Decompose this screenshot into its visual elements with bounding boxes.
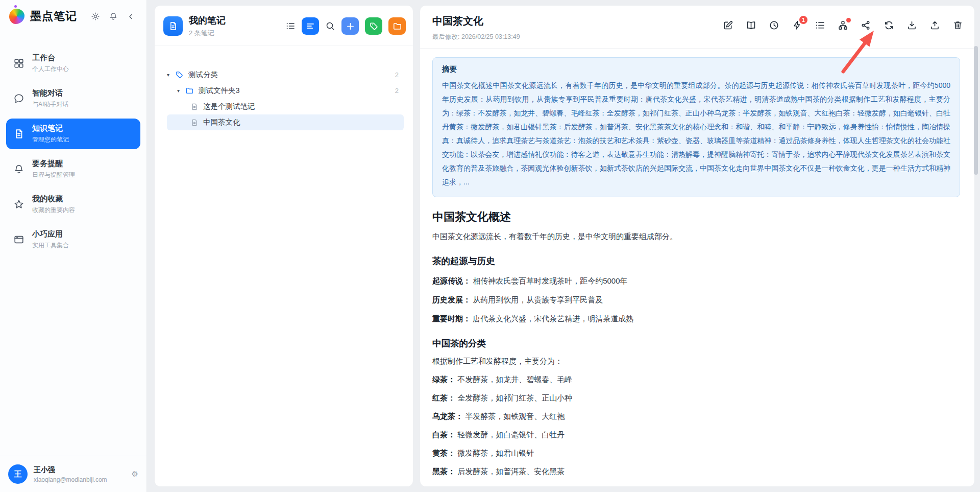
app-title: 墨点笔记	[30, 9, 77, 24]
history-clock-icon[interactable]	[769, 20, 779, 31]
search-icon[interactable]	[325, 21, 335, 31]
item-label: 红茶：	[432, 393, 455, 402]
sidebar-item-ai-chat[interactable]: 智能对话与AI助手对话	[6, 83, 140, 114]
content-item: 起源传说： 相传神农氏尝百草时发现茶叶，距今约5000年	[432, 276, 960, 286]
sidebar-item-label: 我的收藏	[32, 194, 75, 204]
item-text: 后发酵茶，如普洱茶、安化黑茶	[457, 467, 565, 476]
sidebar-item-reminders[interactable]: 要务提醒日程与提醒管理	[6, 154, 140, 184]
sidebar-item-label: 工作台	[32, 53, 69, 63]
bell-icon	[13, 163, 24, 175]
sidebar-item-sublabel: 收藏的重要内容	[32, 206, 75, 215]
app-window: 墨点笔记 工作台个人工作中心 智能对话与AI助手对话	[0, 0, 980, 492]
item-text: 相传神农氏尝百草时发现茶叶，距今约5000年	[473, 276, 627, 285]
content-item: 黄茶： 微发酵茶，如君山银针	[432, 449, 960, 458]
ai-badge: 1	[799, 16, 807, 24]
folder-icon	[185, 86, 194, 95]
tree-folder-row[interactable]: ▾ 测试文件夹3 2	[167, 83, 404, 99]
mindmap-sitemap-icon[interactable]	[838, 20, 848, 31]
item-label: 黄茶：	[432, 449, 455, 457]
sidebar-item-mini-apps[interactable]: 小巧应用实用工具集合	[6, 224, 140, 255]
note-content[interactable]: 摘要 中国茶文化概述中国茶文化源远流长，有着数千年的历史，是中华文明的重要组成部…	[420, 49, 974, 487]
content-h2-origin: 茶的起源与历史	[432, 255, 960, 267]
item-text: 轻微发酵，如白毫银针、白牡丹	[457, 430, 565, 439]
add-note-button[interactable]	[341, 17, 359, 35]
tree-label: 这是个测试笔记	[203, 102, 255, 111]
tree-category-row[interactable]: ▾ 测试分类 2	[167, 67, 404, 83]
tree-note-row-selected[interactable]: 中国茶文化	[167, 114, 404, 130]
collapse-sidebar-chevron-icon[interactable]	[127, 12, 135, 21]
add-folder-button[interactable]	[388, 17, 406, 35]
scrollbar-track[interactable]	[973, 0, 978, 492]
content-h2-categories: 中国茶的分类	[432, 337, 960, 349]
item-label: 白茶：	[432, 430, 455, 439]
caret-down-icon[interactable]: ▾	[177, 88, 185, 93]
tree-view-button[interactable]	[302, 17, 319, 35]
item-label: 历史发展：	[432, 295, 471, 304]
upload-icon[interactable]	[929, 20, 940, 31]
add-tag-button[interactable]	[365, 17, 382, 35]
editor-toolbar: 1	[723, 20, 963, 31]
tag-icon	[175, 71, 184, 79]
scrollbar-thumb[interactable]	[974, 46, 978, 175]
tree-count: 2	[395, 71, 399, 79]
caret-down-icon[interactable]: ▾	[167, 72, 175, 78]
notes-tree: ▾ 测试分类 2 ▾ 测试文件夹3 2 这是个测试笔记 中国茶文化	[155, 45, 413, 130]
share-icon[interactable]	[861, 20, 871, 31]
item-label: 起源传说：	[432, 276, 471, 285]
list-view-icon[interactable]	[285, 21, 296, 31]
sidebar-item-favorites[interactable]: 我的收藏收藏的重要内容	[6, 189, 140, 220]
star-icon	[13, 199, 24, 210]
sidebar-item-sublabel: 实用工具集合	[32, 241, 69, 250]
summary-text: 中国茶文化概述中国茶文化源远流长，有着数千年的历史，是中华文明的重要组成部分。茶…	[442, 79, 950, 189]
sidebar: 墨点笔记 工作台个人工作中心 智能对话与AI助手对话	[0, 0, 147, 492]
sidebar-item-label: 知识笔记	[32, 124, 69, 133]
sidebar-header: 墨点笔记	[0, 0, 146, 33]
item-text: 全发酵茶，如祁门红茶、正山小种	[457, 393, 572, 402]
user-email: xiaoqiang@modianbiji.com	[34, 476, 107, 483]
content-lead: 根据制作工艺和发酵程度，主要分为：	[432, 357, 960, 366]
reader-book-icon[interactable]	[746, 20, 756, 31]
download-icon[interactable]	[906, 20, 917, 31]
sidebar-nav: 工作台个人工作中心 智能对话与AI助手对话 知识笔记管理您的笔记 要务提醒日程与…	[0, 33, 146, 456]
notes-panel-title: 我的笔记	[189, 14, 226, 27]
outline-list-icon[interactable]	[815, 20, 825, 31]
delete-trash-icon[interactable]	[952, 20, 963, 31]
content-item: 黑茶： 后发酵茶，如普洱茶、安化黑茶	[432, 467, 960, 477]
sidebar-item-label: 小巧应用	[32, 229, 69, 239]
ai-bolt-icon[interactable]: 1	[792, 20, 802, 31]
sidebar-item-knowledge-notes[interactable]: 知识笔记管理您的笔记	[6, 119, 140, 149]
notes-panel-header: 我的笔记 2 条笔记	[155, 6, 413, 45]
tree-note-row[interactable]: 这是个测试笔记	[167, 99, 404, 114]
content-item: 绿茶： 不发酵茶，如龙井、碧螺春、毛峰	[432, 375, 960, 385]
sidebar-item-sublabel: 与AI助手对话	[32, 100, 68, 109]
content-intro: 中国茶文化源远流长，有着数千年的历史，是中华文明的重要组成部分。	[432, 232, 960, 242]
content-h1: 中国茶文化概述	[432, 209, 960, 225]
user-profile[interactable]: 王 王小强 xiaoqiang@modianbiji.com ⚙	[0, 456, 146, 492]
refresh-icon[interactable]	[884, 20, 894, 31]
note-file-icon	[190, 103, 199, 111]
notes-icon	[163, 16, 183, 36]
user-name: 王小强	[34, 465, 107, 475]
notification-dot	[846, 18, 851, 22]
tree-label: 中国茶文化	[203, 118, 240, 127]
tree-label: 测试分类	[188, 70, 218, 80]
content-item: 历史发展： 从药用到饮用，从贵族专享到平民普及	[432, 295, 960, 305]
item-label: 乌龙茶：	[432, 412, 463, 420]
avatar: 王	[8, 464, 28, 484]
sidebar-item-workbench[interactable]: 工作台个人工作中心	[6, 48, 140, 79]
sidebar-item-sublabel: 管理您的笔记	[32, 135, 69, 144]
notifications-bell-icon[interactable]	[109, 12, 118, 21]
edit-note-icon[interactable]	[723, 20, 733, 31]
settings-gear-icon[interactable]: ⚙	[132, 470, 138, 479]
note-editor: 中国茶文化 最后修改: 2026/02/25 03:13:49 1 摘要 中国茶…	[420, 5, 975, 487]
theme-sun-icon[interactable]	[91, 12, 100, 21]
note-file-icon	[190, 119, 199, 127]
item-text: 从药用到饮用，从贵族专享到平民普及	[473, 295, 603, 304]
item-text: 半发酵茶，如铁观音、大红袍	[465, 412, 565, 420]
item-label: 黑茶：	[432, 467, 455, 476]
sidebar-item-sublabel: 日程与提醒管理	[32, 171, 75, 179]
app-window-icon	[13, 234, 24, 245]
content-item: 重要时期： 唐代茶文化兴盛，宋代茶艺精进，明清茶道成熟	[432, 314, 960, 324]
tree-count: 2	[395, 87, 399, 95]
content-item: 乌龙茶： 半发酵茶，如铁观音、大红袍	[432, 412, 960, 421]
